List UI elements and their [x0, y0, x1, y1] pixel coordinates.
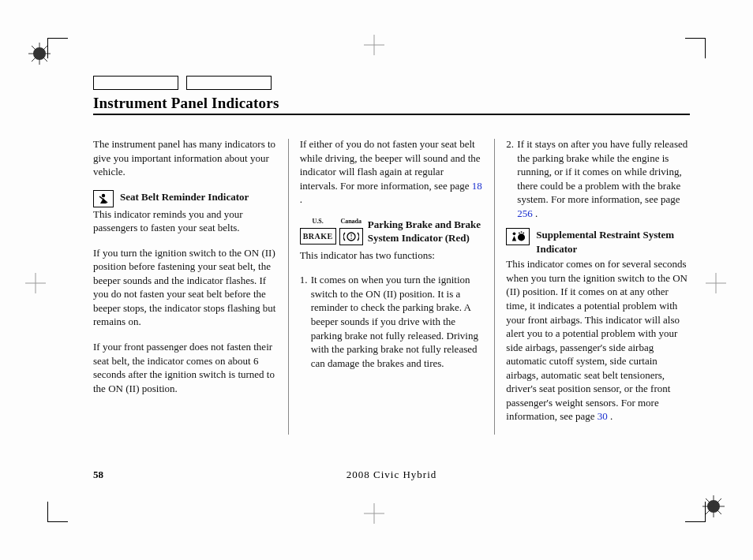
list-item-2: 2. If it stays on after you have fully r… [506, 137, 690, 220]
srs-p1-tail: . [608, 410, 613, 422]
srs-icon [506, 228, 530, 245]
column-2: If either of you do not fasten your seat… [289, 137, 495, 435]
list-number: 1. [300, 273, 311, 370]
crop-mark-icon [47, 38, 68, 58]
svg-point-10 [102, 193, 105, 196]
brake-icons: U.S. BRAKE Canada ! [300, 218, 363, 245]
vehicle-model: 2008 Civic Hybrid [347, 469, 437, 481]
page-title: Instrument Panel Indicators [93, 95, 690, 115]
srs-p1: This indicator comes on for several seco… [506, 257, 690, 424]
brake-p1: This indicator has two functions: [300, 248, 484, 263]
placeholder-box [186, 76, 272, 90]
register-target-icon [28, 276, 44, 292]
brake-us: U.S. BRAKE [300, 218, 336, 245]
content-area: Instrument Panel Indicators The instrume… [93, 76, 690, 497]
registration-mark-icon [702, 495, 725, 517]
page: Instrument Panel Indicators The instrume… [0, 0, 753, 560]
crop-mark-icon [47, 502, 68, 522]
col2-p1: If either of you do not fasten your seat… [300, 137, 484, 207]
col2-p1-tail: . [300, 193, 302, 205]
svg-point-15 [518, 234, 525, 241]
page-number: 58 [93, 469, 103, 481]
list-number: 2. [506, 137, 517, 220]
crop-mark-icon [685, 502, 706, 522]
brake-indicator-row: U.S. BRAKE Canada ! Parking Brake and Br… [300, 218, 484, 245]
list-item-1-text: It comes on when you turn the ignition s… [311, 273, 484, 370]
column-3: 2. If it stays on after you have fully r… [495, 137, 690, 435]
column-1: The instrument panel has many indicators… [93, 137, 288, 435]
list-item-1: 1. It comes on when you turn the ignitio… [300, 273, 484, 370]
brake-canada: Canada ! [339, 218, 363, 245]
svg-point-18 [521, 231, 523, 233]
seatbelt-p2: If you turn the ignition switch to the O… [93, 246, 277, 329]
header-placeholder-boxes [93, 76, 690, 90]
text-columns: The instrument panel has many indicators… [93, 137, 690, 435]
svg-point-17 [523, 233, 525, 234]
register-target-icon [367, 506, 383, 522]
srs-heading: Supplemental Restraint System Indicator [536, 229, 674, 255]
brake-ca-icon: ! [339, 228, 363, 245]
svg-point-16 [519, 233, 520, 234]
list-item-2-text: If it stays on after you have fully rele… [517, 137, 690, 220]
svg-point-14 [513, 233, 516, 236]
svg-text:!: ! [350, 233, 352, 241]
srs-p1-text: This indicator comes on for several seco… [506, 258, 687, 422]
page-link-18[interactable]: 18 [472, 180, 482, 192]
li2-tail: . [533, 207, 538, 219]
page-link-256[interactable]: 256 [517, 207, 533, 219]
li2-text: If it stays on after you have fully rele… [517, 138, 687, 205]
seatbelt-p1: This indicator reminds you and your pass… [93, 207, 277, 235]
page-footer: 58 2008 Civic Hybrid [93, 469, 690, 481]
col2-p1-text: If either of you do not fasten your seat… [300, 138, 481, 192]
crop-mark-icon [685, 38, 706, 58]
brake-us-label: U.S. [300, 218, 336, 226]
seatbelt-p3: If your front passenger does not fasten … [93, 340, 277, 395]
seatbelt-heading: Seat Belt Reminder Indicator [120, 191, 249, 203]
register-target-icon [709, 276, 725, 292]
brake-heading: Parking Brake and Brake System Indicator… [368, 218, 484, 245]
register-target-icon [367, 38, 383, 54]
seatbelt-section: Seat Belt Reminder Indicator [93, 190, 277, 204]
srs-section-head: Supplemental Restraint System Indicator [506, 228, 690, 256]
intro-paragraph: The instrument panel has many indicators… [93, 137, 277, 179]
seatbelt-icon [93, 190, 114, 207]
placeholder-box [93, 76, 178, 90]
brake-us-box: BRAKE [300, 228, 336, 245]
page-link-30[interactable]: 30 [598, 410, 608, 422]
brake-ca-label: Canada [339, 218, 363, 226]
